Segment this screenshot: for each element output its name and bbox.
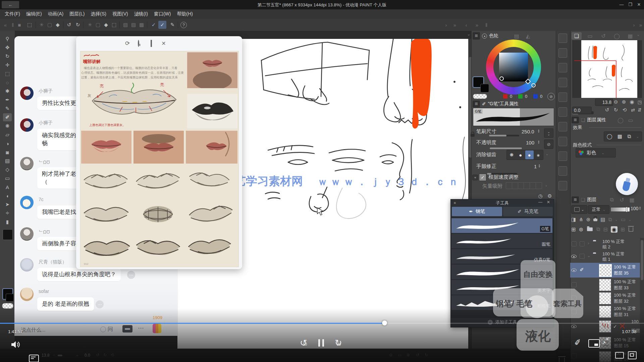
spin2-icon[interactable]: ✳: [86, 21, 94, 29]
liquify-button[interactable]: 液化: [525, 328, 551, 345]
navigator-preview[interactable]: [572, 40, 642, 98]
droplet2-icon[interactable]: ◆: [102, 21, 110, 29]
frame2-icon[interactable]: ▢: [94, 21, 102, 29]
colorwheel-menu-icon[interactable]: ≡: [473, 32, 480, 40]
avatar[interactable]: [20, 118, 34, 132]
eyedropper-tool[interactable]: ✧: [3, 209, 12, 217]
tab-subview-icon[interactable]: ▭: [585, 32, 595, 40]
stabilize-stepper[interactable]: ▴▾: [539, 164, 540, 168]
undo-icon[interactable]: ↺: [65, 21, 73, 29]
effect-dropdown-icon[interactable]: ⌄: [636, 134, 639, 139]
close-window-icon[interactable]: ✕: [160, 40, 167, 47]
rotate-ccw-icon[interactable]: ↺: [604, 107, 610, 113]
lock-icon[interactable]: [471, 134, 475, 137]
video-progress-handle[interactable]: [382, 320, 387, 325]
snap2-icon[interactable]: ✓: [158, 21, 166, 29]
lock-layer-icon[interactable]: [593, 218, 597, 221]
message-more-button[interactable]: ⋯: [127, 271, 135, 279]
collapse-icon[interactable]: ⌄: [587, 253, 591, 258]
layer-mask-icon[interactable]: ◉: [611, 226, 618, 233]
transfer-down-icon[interactable]: ⧉: [596, 226, 600, 232]
web-fullscreen-icon[interactable]: [615, 352, 624, 359]
select-shrink-icon[interactable]: ▨: [129, 21, 138, 29]
wrench-icon[interactable]: ⚙: [546, 192, 553, 200]
draft-icon[interactable]: ⧉: [608, 217, 612, 223]
blend-mode-dropdown[interactable]: 正常⌄: [588, 205, 609, 214]
transparent-color-swatch[interactable]: [2, 303, 13, 309]
volume-icon[interactable]: [11, 341, 20, 349]
new-folder-icon[interactable]: [587, 227, 593, 231]
canvas-crop-icon[interactable]: ⬚: [25, 21, 34, 29]
menu-layer[interactable]: 图层(L): [69, 11, 85, 17]
crop2-icon[interactable]: ⬚: [110, 21, 118, 29]
merge-down-icon[interactable]: ⊟: [603, 226, 607, 233]
subtool-minimize-icon[interactable]: —: [538, 199, 543, 205]
video-progress-bar[interactable]: [0, 323, 644, 324]
shape-tool[interactable]: ◇: [3, 166, 12, 174]
avatar[interactable]: [20, 196, 34, 209]
aa-none-button[interactable]: ❋: [507, 150, 516, 159]
pick-box[interactable]: [580, 241, 585, 246]
opacity-slider[interactable]: [490, 147, 522, 149]
pager4-icon[interactable]: »: [473, 21, 481, 29]
auto-select-tool[interactable]: ✱: [3, 87, 12, 95]
mini-player-icon[interactable]: [588, 339, 600, 348]
panel-shortcut-icon[interactable]: [558, 93, 567, 102]
flip-v-icon[interactable]: ⇵: [637, 107, 643, 113]
hamburger-icon[interactable]: ≡: [15, 21, 23, 29]
panel-shortcut-icon[interactable]: [558, 166, 567, 176]
message-more-button[interactable]: ⋯: [96, 300, 104, 308]
forward-30-button[interactable]: ↻ 30: [333, 338, 345, 349]
tab-layers[interactable]: ❏ 图层: [581, 196, 597, 203]
help-icon[interactable]: ?: [180, 22, 187, 28]
collapse-icon[interactable]: «: [1, 21, 9, 29]
navigator-collapse-icon[interactable]: ⌄: [637, 32, 640, 37]
move-tool[interactable]: ✛: [3, 61, 12, 69]
layer-opacity-value[interactable]: 100: [631, 206, 638, 211]
avatar[interactable]: [20, 157, 34, 170]
rotate-view-tool[interactable]: ↻: [3, 52, 12, 60]
mask-flag-icon[interactable]: ▭: [621, 217, 626, 223]
menu-view[interactable]: 视图(V): [112, 11, 128, 17]
restore-window-icon[interactable]: [151, 40, 152, 47]
shrink-icon-nw[interactable]: ↙: [606, 335, 610, 341]
zoom-out-icon[interactable]: ⊖: [612, 99, 619, 105]
menu-help[interactable]: 帮助(H): [177, 11, 193, 17]
solid-square-tool[interactable]: [3, 229, 13, 240]
sv-cursor[interactable]: [499, 76, 504, 81]
panel-shortcut-icon[interactable]: [558, 181, 567, 190]
fill-tool[interactable]: ◙: [3, 148, 12, 156]
pen-tool[interactable]: ✒: [3, 96, 12, 104]
panel-shortcut-icon[interactable]: [558, 152, 567, 161]
pencil-tool[interactable]: ✎: [3, 105, 12, 113]
layer-row-group2[interactable]: › 100 % 正常 组 2: [570, 238, 644, 250]
flag-dd2-icon[interactable]: ⌄: [629, 218, 631, 222]
layer-thumbnail[interactable]: [599, 264, 612, 277]
hue-cursor[interactable]: [531, 83, 536, 87]
subtool-close-icon[interactable]: ✕: [546, 199, 551, 205]
expand-icon[interactable]: ›: [588, 241, 589, 246]
gradient-tool[interactable]: ▤: [3, 157, 12, 165]
menu-window[interactable]: 窗口(W): [154, 11, 171, 17]
tab-info-icon[interactable]: ↺: [598, 32, 608, 40]
layer-property-header[interactable]: ❏ 图层属性: [581, 116, 606, 124]
ruler-icon[interactable]: ⋔: [579, 217, 583, 223]
brush-size-stepper[interactable]: ▴▾: [538, 129, 539, 133]
free-transform-button[interactable]: 自由变换: [523, 269, 553, 280]
fit-screen-icon[interactable]: ◳: [637, 99, 643, 105]
delete-layer-icon[interactable]: [629, 227, 633, 232]
layer-row-33[interactable]: 100 % 正常 图层 33: [570, 278, 644, 292]
danmaku-toggle-icon[interactable]: [29, 355, 39, 362]
opacity-stepper[interactable]: ▴▾: [538, 140, 539, 144]
pause-button[interactable]: [318, 339, 324, 347]
pager7-icon[interactable]: »: [637, 21, 644, 29]
zoom-tool[interactable]: ⚲: [3, 35, 12, 43]
frame-tool[interactable]: ▭: [3, 174, 12, 182]
tab-hist-icon[interactable]: ◯: [612, 32, 622, 40]
layer-opacity-slider[interactable]: [610, 207, 630, 212]
nav-zoom-value[interactable]: 13.8: [595, 99, 613, 106]
shrink-icon-se[interactable]: ↗: [602, 340, 606, 346]
subtool-item-round[interactable]: 圆笔: [451, 234, 552, 248]
panel-shortcut-icon[interactable]: [558, 63, 567, 72]
effect-border-icon[interactable]: ◯: [607, 133, 612, 139]
